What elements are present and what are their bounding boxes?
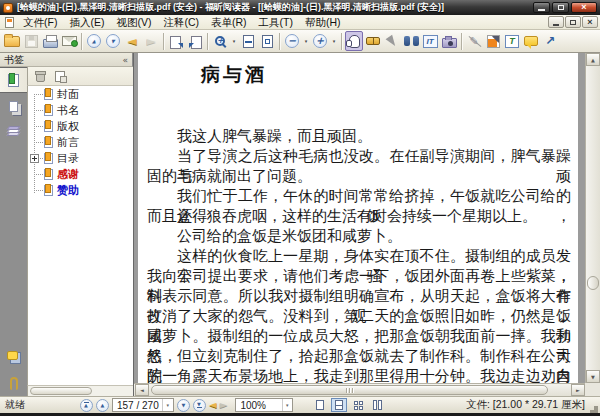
marquee-zoom-button[interactable]: +	[211, 31, 229, 51]
print-button[interactable]	[41, 31, 59, 51]
pages-panel-tab[interactable]	[0, 93, 27, 119]
previous-view-button[interactable]: ◄	[123, 31, 141, 51]
minimize-button[interactable]	[533, 2, 550, 13]
menu-file[interactable]: 文件(F)	[17, 15, 63, 30]
email-icon	[62, 36, 77, 46]
document-text-line: 我向公司提出要求，请他们考虑一下，饭团外面再卷上些紫菜，制作	[147, 266, 571, 286]
page-dropdown-icon[interactable]: ▾	[162, 399, 169, 411]
vertical-scrollbar[interactable]: ▲ ▼	[585, 53, 600, 383]
pencil-tool-button[interactable]: ✎	[465, 31, 483, 51]
open-button[interactable]	[3, 31, 21, 51]
zoom-dropdown-icon[interactable]: ▾	[282, 399, 289, 411]
menu-comments[interactable]: 注释(C)	[157, 15, 205, 30]
page-up-button[interactable]: ▲	[85, 31, 103, 51]
page-down-button[interactable]: ▼	[104, 31, 122, 51]
zoom-level-value: 100%	[240, 400, 266, 411]
restore-button[interactable]	[552, 2, 569, 13]
file-dimensions-text: 文件: [21.00 * 29.71 厘米]	[466, 398, 585, 412]
fit-width-button[interactable]	[239, 31, 257, 51]
fit-page-button[interactable]	[258, 31, 276, 51]
document-text-line: 当了导演之后这种毛病也没改。在任副导演期间，脾气暴躁与顽	[147, 146, 571, 166]
facing-layout-button[interactable]	[350, 398, 366, 412]
continuous-layout-button[interactable]	[331, 398, 347, 412]
comments-panel-tab[interactable]	[0, 344, 27, 370]
attachments-panel-tab[interactable]	[0, 370, 27, 396]
note-tool-button[interactable]	[522, 31, 540, 51]
page-text-block: 我这人脾气暴躁，而且顽固。 当了导演之后这种毛病也没改。在任副导演期间，脾气暴躁…	[147, 126, 571, 383]
menu-tools[interactable]: 工具(T)	[253, 15, 299, 30]
previous-page-button[interactable]: ▲	[96, 399, 109, 412]
foxit-reader-window: [蛤蟆的油]-(日).黑泽明.清晰扫描版.pdf (安全) - 福昕阅读器 - …	[0, 0, 600, 416]
bookmark-item-thanks[interactable]: 感谢	[28, 166, 133, 182]
mdi-minimize-button[interactable]	[548, 16, 564, 28]
page-number-field[interactable]: 157 / 270 ▾	[112, 398, 174, 412]
zoom-out-dropdown[interactable]: ▾	[302, 31, 310, 51]
select-text-button[interactable]: IT	[421, 31, 439, 51]
zoom-in-dropdown[interactable]: ▾	[330, 31, 338, 51]
first-page-button[interactable]: ▲	[80, 399, 93, 412]
previous-view-status-button[interactable]: ◄	[209, 400, 217, 410]
snapshot-button[interactable]	[440, 31, 458, 51]
scroll-down-arrow[interactable]: ▼	[586, 370, 600, 383]
last-page-button[interactable]: ▼	[193, 399, 206, 412]
next-view-button[interactable]: ►	[142, 31, 160, 51]
next-view-status-button[interactable]: ►	[220, 400, 228, 410]
bookmark-item-title[interactable]: 书名	[28, 102, 133, 118]
arrow-tool-button[interactable]: ↗	[541, 31, 559, 51]
bookmark-item-copyright[interactable]: 版权	[28, 118, 133, 134]
restore-icon	[570, 20, 576, 25]
layers-panel-tab[interactable]	[0, 119, 27, 145]
single-page-icon	[316, 400, 324, 410]
zoom-in-button[interactable]: +	[311, 31, 329, 51]
bookmark-options-icon[interactable]	[55, 71, 65, 82]
rotate-right-button[interactable]	[186, 31, 204, 51]
email-button[interactable]	[60, 31, 78, 51]
bookmarks-panel-tab[interactable]	[0, 67, 27, 93]
mdi-restore-button[interactable]	[565, 16, 581, 28]
zoom-out-button[interactable]: −	[283, 31, 301, 51]
horizontal-scrollbar-thumb[interactable]	[151, 385, 548, 395]
select-annotation-button[interactable]	[383, 31, 401, 51]
continuous-facing-layout-button[interactable]	[369, 398, 385, 412]
scroll-right-arrow[interactable]: ►	[571, 384, 585, 396]
bookmark-icon	[44, 137, 53, 148]
menu-insert[interactable]: 插入(E)	[63, 15, 110, 30]
bookmark-item-cover[interactable]: 封面	[28, 86, 133, 102]
sidebar-scrollbar-thumb[interactable]	[30, 387, 92, 395]
zoom-level-field[interactable]: 100% ▾	[235, 398, 293, 412]
mdi-close-button[interactable]: ×	[582, 16, 598, 28]
bookmarks-panel-icon	[8, 74, 19, 87]
highlight-tool-button[interactable]	[484, 31, 502, 51]
scroll-left-arrow[interactable]: ◄	[135, 384, 149, 396]
typewriter-tool-button[interactable]: T	[503, 31, 521, 51]
bookmark-item-preface[interactable]: 前言	[28, 134, 133, 150]
next-page-button[interactable]: ▼	[177, 399, 190, 412]
sidebar-title: 书签	[4, 53, 24, 67]
bookmark-item-contents[interactable]: 目录	[28, 150, 133, 166]
search-button[interactable]	[402, 31, 420, 51]
single-page-layout-button[interactable]	[312, 398, 328, 412]
toolbar-separator	[341, 33, 342, 50]
menu-help[interactable]: 帮助(H)	[299, 15, 347, 30]
expand-plus-icon[interactable]	[30, 154, 39, 163]
hand-tool-icon	[349, 35, 360, 48]
paperclip-icon	[10, 377, 18, 390]
vertical-scrollbar-thumb[interactable]	[587, 276, 599, 290]
document-text-line: 而且还得狼吞虎咽，这样的生活有时会持续一个星期以上。	[147, 206, 571, 226]
bookmark-item-sponsor[interactable]: 赞助	[28, 182, 133, 198]
close-button[interactable]: ×	[571, 2, 597, 13]
rotate-left-button[interactable]	[167, 31, 185, 51]
loupe-tool-button[interactable]	[364, 31, 382, 51]
marquee-zoom-dropdown[interactable]: ▾	[230, 31, 238, 51]
layers-panel-icon	[7, 126, 20, 138]
collapse-panel-icon[interactable]: «	[122, 55, 128, 65]
horizontal-scrollbar[interactable]: ◄ ►	[134, 383, 585, 396]
hand-tool-button[interactable]	[345, 31, 363, 51]
save-button[interactable]	[22, 31, 40, 51]
delete-bookmark-icon[interactable]	[36, 73, 45, 82]
sidebar-horizontal-scrollbar[interactable]	[27, 385, 133, 396]
scroll-up-arrow[interactable]: ▲	[586, 53, 600, 66]
bookmark-tree: 封面 书名 版权 前言 目录 感谢 赞助	[27, 86, 133, 385]
menu-forms[interactable]: 表单(R)	[205, 15, 253, 30]
menu-view[interactable]: 视图(V)	[110, 15, 157, 30]
